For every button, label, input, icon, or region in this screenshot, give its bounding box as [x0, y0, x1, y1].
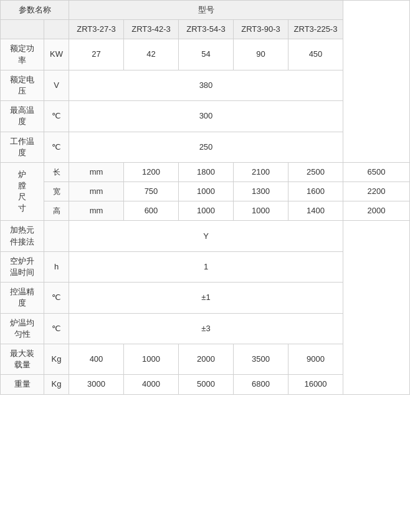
- param-name-cell: 最大装载量: [1, 344, 44, 374]
- value-cell: 6800: [234, 375, 288, 394]
- unit-cell: KW: [44, 39, 69, 70]
- model-col-4: ZRT3-225-3: [288, 20, 343, 39]
- value-cell-span: 1: [69, 251, 343, 282]
- param-name-cell: 炉膛尺寸: [1, 162, 44, 221]
- value-cell: 4000: [124, 375, 179, 394]
- table-row: 最高温度℃300: [1, 101, 410, 132]
- value-cell: 1300: [234, 182, 288, 201]
- value-cell: 2500: [288, 162, 343, 181]
- value-cell: 1000: [179, 182, 234, 201]
- value-cell: 42: [124, 39, 179, 70]
- header-param-label: 参数名称: [19, 5, 51, 14]
- value-cell: 1600: [288, 182, 343, 201]
- sub-label-cell: 长: [44, 162, 69, 181]
- unit-cell: ℃: [44, 101, 69, 132]
- table-row: 额定电压V380: [1, 70, 410, 100]
- table-row: 高mm6001000100014002000: [1, 201, 410, 221]
- unit-cell: mm: [69, 162, 124, 181]
- param-name-cell: 加热元件接法: [1, 221, 44, 251]
- value-cell: 1200: [124, 162, 179, 181]
- param-name-cell: 控温精度: [1, 283, 44, 313]
- unit-cell: Kg: [44, 344, 69, 374]
- value-cell: 2200: [343, 182, 410, 201]
- header-model-group: 型号: [69, 1, 343, 20]
- table-row: 最大装载量Kg4001000200035009000: [1, 344, 410, 374]
- sub-label-cell: 高: [44, 201, 69, 221]
- header-model-label: 型号: [198, 5, 214, 14]
- table-row: 重量Kg300040005000680016000: [1, 375, 410, 394]
- value-cell: 1800: [179, 162, 234, 181]
- model-col-2: ZRT3-54-3: [179, 20, 234, 39]
- param-name-cell: 空炉升温时间: [1, 251, 44, 282]
- unit-cell: ℃: [44, 283, 69, 313]
- table-row: 炉温均匀性℃±3: [1, 313, 410, 344]
- param-name-cell: 最高温度: [1, 101, 44, 132]
- value-cell: 1000: [179, 201, 234, 221]
- unit-cell: ℃: [44, 132, 69, 162]
- value-cell-span: ±1: [69, 283, 343, 313]
- table-header-row: 参数名称 型号: [1, 1, 410, 20]
- value-cell: 2000: [179, 344, 234, 374]
- unit-cell: [44, 221, 69, 251]
- table-row: 空炉升温时间h1: [1, 251, 410, 282]
- table-row: 工作温度℃250: [1, 132, 410, 162]
- value-cell-span: 380: [69, 70, 343, 100]
- value-cell: 450: [288, 39, 343, 70]
- spec-table: 参数名称 型号 ZRT3-27-3 ZRT3-42-3 ZRT3-54-3 ZR…: [0, 0, 410, 395]
- value-cell: 6500: [343, 162, 410, 181]
- table-row: 额定功率KW27425490450: [1, 39, 410, 70]
- value-cell-span: 250: [69, 132, 343, 162]
- value-cell: 2100: [234, 162, 288, 181]
- table-row: 宽mm7501000130016002200: [1, 182, 410, 201]
- value-cell: 1400: [288, 201, 343, 221]
- param-name-cell: 额定电压: [1, 70, 44, 100]
- table-body: 额定功率KW27425490450额定电压V380最高温度℃300工作温度℃25…: [1, 39, 410, 394]
- value-cell: 9000: [288, 344, 343, 374]
- value-cell: 600: [124, 201, 179, 221]
- table-row: 加热元件接法Y: [1, 221, 410, 251]
- value-cell: 27: [69, 39, 124, 70]
- unit-cell: h: [44, 251, 69, 282]
- value-cell: 1000: [124, 344, 179, 374]
- unit-cell: V: [44, 70, 69, 100]
- value-cell-span: Y: [69, 221, 343, 251]
- param-name-cell: 额定功率: [1, 39, 44, 70]
- value-cell-span: 300: [69, 101, 343, 132]
- param-name-cell: 工作温度: [1, 132, 44, 162]
- value-cell: 750: [124, 182, 179, 201]
- header-param-unit: 参数名称: [1, 1, 69, 20]
- model-col-0: ZRT3-27-3: [69, 20, 124, 39]
- sub-param-header: [1, 20, 44, 39]
- unit-cell: mm: [69, 182, 124, 201]
- value-cell: 400: [69, 344, 124, 374]
- value-cell: 54: [179, 39, 234, 70]
- spec-table-container: 参数名称 型号 ZRT3-27-3 ZRT3-42-3 ZRT3-54-3 ZR…: [0, 0, 410, 395]
- param-name-cell: 重量: [1, 375, 44, 394]
- unit-cell: Kg: [44, 375, 69, 394]
- value-cell: 3000: [69, 375, 124, 394]
- model-col-3: ZRT3-90-3: [234, 20, 288, 39]
- value-cell: 3500: [234, 344, 288, 374]
- value-cell: 90: [234, 39, 288, 70]
- sub-label-cell: 宽: [44, 182, 69, 201]
- table-row: 炉膛尺寸长mm12001800210025006500: [1, 162, 410, 181]
- param-name-cell: 炉温均匀性: [1, 313, 44, 344]
- table-model-row: ZRT3-27-3 ZRT3-42-3 ZRT3-54-3 ZRT3-90-3 …: [1, 20, 410, 39]
- value-cell: 2000: [343, 201, 410, 221]
- table-row: 控温精度℃±1: [1, 283, 410, 313]
- model-col-1: ZRT3-42-3: [124, 20, 179, 39]
- value-cell: 5000: [179, 375, 234, 394]
- value-cell: 16000: [288, 375, 343, 394]
- value-cell-span: ±3: [69, 313, 343, 344]
- sub-unit-header: [44, 20, 69, 39]
- unit-cell: mm: [69, 201, 124, 221]
- value-cell: 1000: [234, 201, 288, 221]
- unit-cell: ℃: [44, 313, 69, 344]
